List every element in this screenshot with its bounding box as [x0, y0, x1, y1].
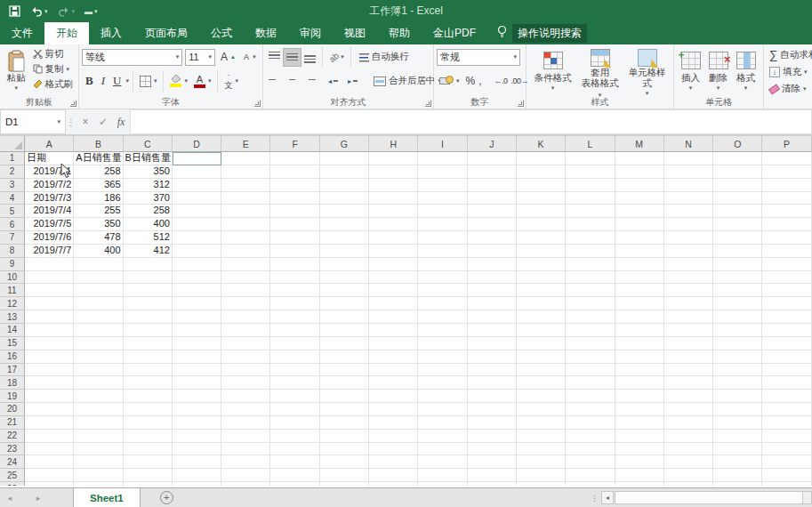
- cell-J9[interactable]: [468, 258, 517, 271]
- row-header-4[interactable]: 4: [0, 192, 25, 205]
- cell-D11[interactable]: [173, 284, 221, 297]
- cell-G26[interactable]: [320, 482, 369, 486]
- column-header-O[interactable]: O: [713, 136, 762, 152]
- cell-H12[interactable]: [369, 297, 418, 310]
- cell-D22[interactable]: [173, 430, 221, 443]
- cell-I6[interactable]: [418, 218, 467, 231]
- cell-H18[interactable]: [369, 376, 418, 390]
- cell-H5[interactable]: [369, 205, 418, 218]
- tell-me-search[interactable]: 操作说明搜索: [496, 22, 587, 44]
- italic-button[interactable]: I: [98, 73, 109, 89]
- cell-D12[interactable]: [173, 297, 221, 310]
- cell-P4[interactable]: [762, 192, 811, 205]
- cell-E20[interactable]: [221, 403, 270, 416]
- cell-C21[interactable]: [124, 416, 173, 430]
- cell-E13[interactable]: [221, 310, 270, 324]
- cell-C26[interactable]: [124, 482, 173, 486]
- cell-I4[interactable]: [418, 192, 467, 205]
- cell-F5[interactable]: [270, 205, 319, 218]
- cell-P3[interactable]: [762, 179, 811, 192]
- dropdown-arrow-icon[interactable]: ▾: [14, 83, 18, 93]
- cell-N3[interactable]: [664, 179, 713, 192]
- cell-N7[interactable]: [664, 231, 713, 245]
- qat-customize-icon[interactable]: ▬▾: [84, 7, 98, 16]
- dropdown-arrow-icon[interactable]: ▾: [57, 118, 60, 125]
- cell-O12[interactable]: [713, 297, 762, 310]
- cell-P25[interactable]: [762, 469, 811, 482]
- cell-C13[interactable]: [124, 310, 173, 324]
- cell-D6[interactable]: [173, 218, 221, 231]
- cell-C10[interactable]: [124, 271, 173, 285]
- column-header-H[interactable]: H: [369, 136, 418, 152]
- cell-K4[interactable]: [517, 192, 566, 205]
- cell-O20[interactable]: [713, 403, 762, 416]
- cell-L15[interactable]: [566, 337, 615, 350]
- cell-C25[interactable]: [124, 469, 173, 482]
- cell-P23[interactable]: [762, 443, 811, 456]
- clear-button[interactable]: 清除▾: [767, 82, 812, 96]
- cell-D9[interactable]: [173, 258, 221, 271]
- cell-A15[interactable]: [25, 337, 74, 350]
- cell-E19[interactable]: [221, 390, 270, 403]
- cell-A8[interactable]: 2019/7/7: [25, 245, 74, 258]
- clipboard-dialog-launcher-icon[interactable]: [70, 101, 76, 107]
- cancel-icon[interactable]: ×: [76, 109, 94, 134]
- tab-page-layout[interactable]: 页面布局: [133, 22, 199, 44]
- cell-J24[interactable]: [468, 455, 517, 469]
- cell-N17[interactable]: [664, 364, 713, 377]
- cell-D15[interactable]: [173, 337, 221, 350]
- cell-M11[interactable]: [615, 284, 664, 297]
- cell-O25[interactable]: [713, 469, 762, 482]
- tab-splitter-icon[interactable]: ⋮: [587, 488, 601, 507]
- cell-L19[interactable]: [566, 390, 615, 403]
- cell-B12[interactable]: [74, 297, 123, 310]
- row-header-10[interactable]: 10: [0, 271, 25, 285]
- cell-G19[interactable]: [320, 390, 369, 403]
- cell-G14[interactable]: [320, 324, 369, 337]
- cell-C16[interactable]: [124, 350, 173, 364]
- cell-P24[interactable]: [762, 455, 811, 469]
- font-name-select[interactable]: 等线 ▾: [82, 49, 182, 66]
- cell-M23[interactable]: [615, 443, 664, 456]
- cell-G21[interactable]: [320, 416, 369, 430]
- cell-N16[interactable]: [664, 350, 713, 364]
- cell-F11[interactable]: [270, 284, 319, 297]
- select-all-corner[interactable]: [0, 136, 25, 152]
- cell-F18[interactable]: [270, 376, 319, 390]
- cell-C9[interactable]: [124, 258, 173, 271]
- cell-B18[interactable]: [74, 376, 123, 390]
- cell-B21[interactable]: [74, 416, 123, 430]
- cell-D8[interactable]: [173, 245, 221, 258]
- cell-F3[interactable]: [270, 179, 319, 192]
- cell-I7[interactable]: [418, 231, 467, 245]
- cell-B7[interactable]: 478: [74, 231, 123, 245]
- cell-H13[interactable]: [369, 310, 418, 324]
- column-header-D[interactable]: D: [173, 136, 221, 152]
- cell-I24[interactable]: [418, 455, 467, 469]
- cell-P12[interactable]: [762, 297, 811, 310]
- cell-F4[interactable]: [270, 192, 319, 205]
- cell-G23[interactable]: [320, 443, 369, 456]
- cell-K7[interactable]: [517, 231, 566, 245]
- cell-H19[interactable]: [369, 390, 418, 403]
- cell-L7[interactable]: [566, 231, 615, 245]
- cell-D20[interactable]: [173, 403, 221, 416]
- dropdown-arrow-icon[interactable]: ▾: [94, 8, 98, 15]
- cell-M20[interactable]: [615, 403, 664, 416]
- cell-N10[interactable]: [664, 271, 713, 285]
- cell-M18[interactable]: [615, 376, 664, 390]
- cell-J1[interactable]: [468, 152, 517, 165]
- row-header-8[interactable]: 8: [0, 245, 25, 258]
- cell-K12[interactable]: [517, 297, 566, 310]
- cell-J12[interactable]: [468, 297, 517, 310]
- column-header-C[interactable]: C: [124, 136, 173, 152]
- cell-D1[interactable]: [173, 152, 221, 165]
- cell-K17[interactable]: [517, 364, 566, 377]
- cell-K3[interactable]: [517, 179, 566, 192]
- cell-F6[interactable]: [270, 218, 319, 231]
- cell-P6[interactable]: [762, 218, 811, 231]
- column-header-E[interactable]: E: [221, 136, 270, 152]
- cell-B16[interactable]: [74, 350, 123, 364]
- cell-F10[interactable]: [270, 271, 319, 285]
- comma-style-icon[interactable]: ,: [478, 75, 481, 87]
